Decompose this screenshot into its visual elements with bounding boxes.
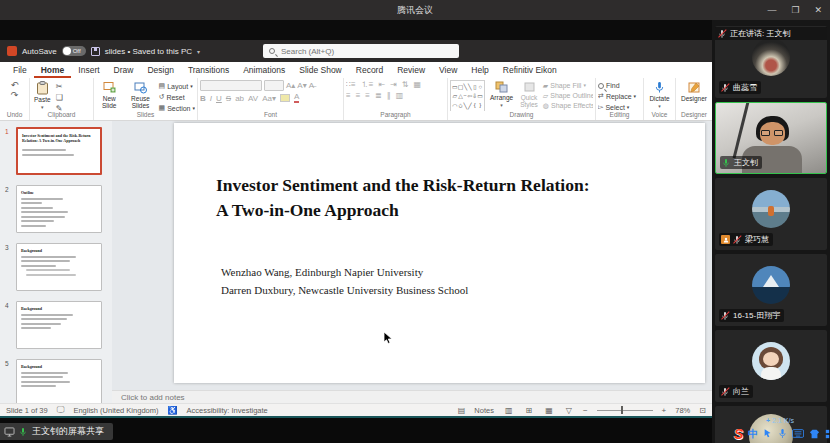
text-shadow-icon[interactable]: ab (235, 94, 244, 103)
tab-animations[interactable]: Animations (236, 62, 292, 78)
thumbnail-slide-5[interactable]: 5 Background (16, 359, 102, 403)
align-center-icon[interactable]: ≡ (356, 91, 361, 100)
thumbnail-slide-3[interactable]: 3 Background (16, 243, 102, 291)
decrease-indent-icon[interactable]: ⇤ (378, 80, 385, 89)
sogou-logo-icon[interactable]: S (734, 427, 743, 441)
strikethrough-icon[interactable]: S (226, 94, 231, 103)
highlight-color-icon[interactable] (280, 94, 290, 102)
ime-toolbox-icon[interactable] (825, 429, 830, 439)
quick-styles-button[interactable]: Quick Styles (518, 80, 540, 109)
tab-transitions[interactable]: Transitions (181, 62, 236, 78)
tab-home[interactable]: Home (34, 62, 72, 78)
zoom-out-icon[interactable]: − (583, 406, 588, 415)
columns-icon[interactable]: ▦ (414, 80, 422, 89)
font-name-combobox[interactable] (200, 80, 262, 91)
find-button[interactable]: Find (598, 81, 620, 90)
copy-icon[interactable]: ❏ (56, 93, 63, 103)
slide-sorter-icon[interactable]: ⊞ (524, 406, 535, 415)
justify-icon[interactable]: ≣ (375, 91, 382, 100)
normal-view-icon[interactable]: ▥ (503, 406, 515, 415)
layout-button[interactable]: ▤Layout▾ (159, 81, 196, 91)
change-case-icon[interactable]: Aa▾ (262, 94, 276, 103)
ime-language-icon[interactable]: 中 (748, 427, 758, 441)
zoom-slider-thumb[interactable] (621, 406, 624, 414)
language-indicator[interactable]: English (United Kingdom) (73, 406, 158, 415)
zoom-in-icon[interactable]: + (662, 406, 667, 415)
format-painter-icon[interactable]: ✎ (56, 104, 63, 111)
grow-font-icon[interactable]: A▴ (286, 81, 295, 90)
underline-icon[interactable]: U (216, 94, 222, 103)
paste-button[interactable]: Paste ▾ (32, 80, 53, 111)
maximize-icon[interactable]: ❐ (791, 5, 799, 15)
thumbnail-slide-2[interactable]: 2 Outline (16, 185, 102, 233)
tab-view[interactable]: View (432, 62, 464, 78)
arrange-button[interactable]: Arrange ▾ (488, 80, 515, 110)
tab-refinitiv-eikon[interactable]: Refinitiv Eikon (496, 62, 564, 78)
ime-keyboard-icon[interactable] (792, 429, 804, 438)
ime-pointer-icon[interactable] (763, 428, 773, 439)
screen-share-banner[interactable]: 王文钊的屏幕共享 (0, 423, 113, 440)
align-left-icon[interactable]: ≡ (346, 91, 351, 100)
tab-slide-show[interactable]: Slide Show (292, 62, 349, 78)
font-size-combobox[interactable] (264, 80, 284, 91)
align-right-icon[interactable]: ≡ (365, 91, 370, 100)
document-title[interactable]: slides • Saved to this PC (105, 47, 192, 56)
replace-button[interactable]: ⇄Replace▾ (598, 91, 636, 101)
shape-outline-button[interactable]: ▱Shape Outline▾ (543, 91, 593, 100)
cut-icon[interactable]: ✂ (56, 82, 63, 92)
increase-indent-icon[interactable]: ⇥ (390, 80, 397, 89)
search-input[interactable] (279, 46, 453, 57)
participant-tile-speaking[interactable]: 王文钊 (715, 102, 827, 174)
designer-button[interactable]: Designer (679, 80, 709, 103)
close-icon[interactable]: ✕ (814, 5, 822, 15)
notes-toggle[interactable]: Notes (474, 406, 494, 415)
reuse-slides-button[interactable]: Reuse Slides (126, 80, 156, 110)
minimize-icon[interactable]: — (767, 5, 776, 15)
reading-view-icon[interactable]: ▦ (543, 406, 555, 415)
reset-button[interactable]: ↺Reset (159, 92, 196, 102)
shape-fill-button[interactable]: ▰Shape Fill▾ (543, 81, 593, 90)
select-button[interactable]: ▻Select▾ (598, 102, 629, 111)
slide-canvas[interactable]: Investor Sentiment and the Risk-Return R… (174, 123, 705, 383)
section-button[interactable]: ▦Section▾ (159, 103, 196, 111)
zoom-level[interactable]: 78% (675, 406, 690, 415)
save-icon[interactable] (91, 47, 100, 56)
numbering-icon[interactable]: ⒈≡ (361, 80, 374, 89)
line-spacing-icon[interactable]: ⇅ (402, 80, 409, 89)
tab-file[interactable]: File (6, 62, 34, 78)
ime-voice-icon[interactable] (778, 428, 787, 439)
autosave-toggle[interactable]: Off (62, 46, 86, 56)
shape-gallery[interactable]: ▭▢╲╲▯○ ▱△⌣⇦⇩▭ ◠✩╲╱{} (450, 80, 485, 111)
new-slide-button[interactable]: New Slide (96, 80, 123, 110)
font-color-icon[interactable]: A (294, 93, 299, 103)
participant-tile[interactable]: 16-15-田翔宇 (715, 254, 827, 326)
tab-help[interactable]: Help (464, 62, 495, 78)
dictate-button[interactable]: Dictate ▾ (647, 80, 671, 111)
accessibility-status[interactable]: Accessibility: Investigate (186, 406, 267, 415)
redo-icon[interactable]: ↷ (11, 90, 19, 100)
clear-formatting-icon[interactable]: A̶ (309, 81, 314, 90)
italic-icon[interactable]: I (210, 94, 212, 103)
tab-review[interactable]: Review (390, 62, 432, 78)
bullets-icon[interactable]: ∷≡ (346, 80, 356, 89)
tab-draw[interactable]: Draw (107, 62, 141, 78)
zoom-slider[interactable] (597, 410, 653, 411)
tab-design[interactable]: Design (140, 62, 180, 78)
character-spacing-icon[interactable]: AV (248, 94, 258, 103)
search-box[interactable] (263, 44, 459, 58)
tab-insert[interactable]: Insert (71, 62, 106, 78)
slideshow-icon[interactable]: ▽ (564, 406, 574, 415)
thumbnail-slide-1[interactable]: 1 Investor Sentiment and the Risk-Return… (16, 127, 102, 175)
display-settings-icon[interactable]: 🖵 (57, 405, 65, 415)
undo-icon[interactable]: ↶ (11, 80, 19, 90)
fit-to-window-icon[interactable]: ⊡ (699, 406, 706, 415)
participant-tile[interactable]: 梁巧慧 (715, 178, 827, 250)
text-direction-icon[interactable]: ∥ (387, 91, 391, 100)
ime-skin-icon[interactable] (809, 429, 820, 439)
notes-pane[interactable]: Click to add notes (112, 390, 712, 403)
align-text-icon[interactable]: ▥ (396, 91, 404, 100)
thumbnail-slide-4[interactable]: 4 Background (16, 301, 102, 349)
shape-effects-button[interactable]: ◍Shape Effects▾ (543, 101, 593, 110)
tab-record[interactable]: Record (349, 62, 390, 78)
bold-icon[interactable]: B (200, 94, 206, 103)
